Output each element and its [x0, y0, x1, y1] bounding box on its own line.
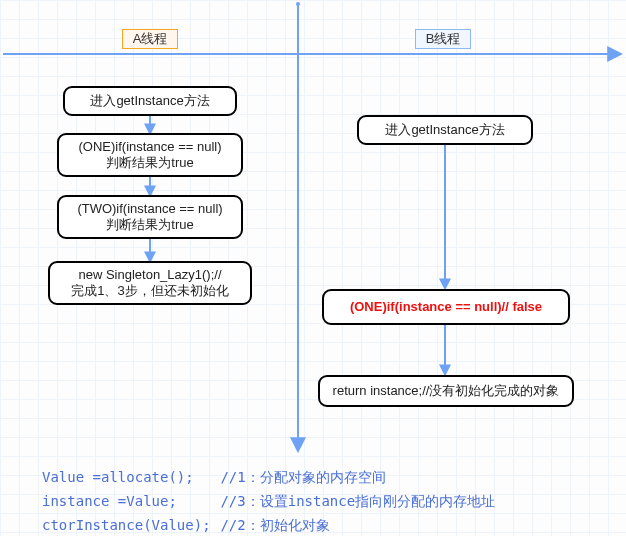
node-a-step2: (ONE)if(instance == null) 判断结果为true: [57, 133, 243, 177]
node-a-step4: new Singleton_Lazy1();// 完成1、3步，但还未初始化: [48, 261, 252, 305]
node-a-step2-line2: 判断结果为true: [106, 155, 193, 171]
node-b-step2: (ONE)if(instance == null)// false: [322, 289, 570, 325]
note-3-code: ctorInstance(Value);: [42, 513, 212, 536]
note-1-code: Value =allocate();: [42, 465, 212, 489]
node-b-step3-text: return instance;//没有初始化完成的对象: [333, 383, 560, 399]
node-a-step3-line1: (TWO)if(instance == null): [77, 201, 222, 217]
note-1-comment: //1：分配对象的内存空间: [220, 469, 385, 485]
svg-point-2: [296, 2, 300, 6]
node-b-step2-text: (ONE)if(instance == null)// false: [350, 299, 542, 315]
reorder-notes: Value =allocate(); //1：分配对象的内存空间 instanc…: [42, 465, 495, 536]
node-a-step3: (TWO)if(instance == null) 判断结果为true: [57, 195, 243, 239]
note-3-comment: //2：初始化对象: [220, 517, 329, 533]
column-b-header: B线程: [415, 29, 471, 49]
node-b-step1-text: 进入getInstance方法: [385, 122, 504, 138]
note-line-1: Value =allocate(); //1：分配对象的内存空间: [42, 465, 495, 489]
note-2-code: instance =Value;: [42, 489, 212, 513]
note-line-2: instance =Value; //3：设置instance指向刚分配的内存地…: [42, 489, 495, 513]
note-2-comment: //3：设置instance指向刚分配的内存地址: [220, 493, 495, 509]
node-b-step3: return instance;//没有初始化完成的对象: [318, 375, 574, 407]
node-a-step2-line1: (ONE)if(instance == null): [78, 139, 221, 155]
node-a-step4-line1: new Singleton_Lazy1();//: [78, 267, 221, 283]
node-b-step1: 进入getInstance方法: [357, 115, 533, 145]
node-a-step1-text: 进入getInstance方法: [90, 93, 209, 109]
node-a-step1: 进入getInstance方法: [63, 86, 237, 116]
column-a-header: A线程: [122, 29, 178, 49]
note-line-3: ctorInstance(Value); //2：初始化对象: [42, 513, 495, 536]
node-a-step3-line2: 判断结果为true: [106, 217, 193, 233]
node-a-step4-line2: 完成1、3步，但还未初始化: [71, 283, 228, 299]
